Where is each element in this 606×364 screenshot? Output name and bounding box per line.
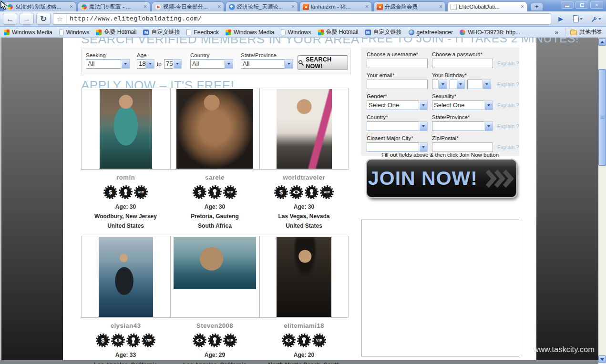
tab-5[interactable]: lanhaizxm - 猪... ×	[299, 1, 372, 11]
bookmark-item[interactable]: Windows Media	[226, 29, 274, 36]
url-input[interactable]	[67, 15, 551, 22]
back-button[interactable]: ←	[3, 13, 17, 25]
explain-link[interactable]: Explain ?	[497, 123, 519, 129]
bookmark-item[interactable]: Windows	[59, 29, 90, 36]
dropdown-arrow-icon[interactable]	[173, 60, 181, 68]
explain-link[interactable]: Explain ?	[497, 81, 519, 87]
minimize-button[interactable]	[561, 1, 574, 9]
address-bar[interactable]: ☆	[53, 13, 551, 25]
scrollbar-thumb[interactable]	[598, 69, 606, 166]
country-select[interactable]: All	[190, 59, 233, 69]
member-photo[interactable]	[81, 88, 170, 170]
country-select[interactable]	[367, 121, 428, 131]
dropdown-arrow-icon[interactable]	[285, 60, 293, 68]
tab-4[interactable]: 经济论坛_天涯论... ×	[226, 1, 298, 11]
seeking-select[interactable]: All	[86, 59, 130, 69]
page-menu-button[interactable]	[570, 13, 585, 25]
dropdown-arrow-icon[interactable]	[483, 80, 491, 89]
scroll-down-button[interactable]	[598, 355, 606, 363]
keyhole-badge-icon	[297, 334, 311, 347]
member-photo[interactable]	[170, 88, 259, 170]
close-button[interactable]: ×	[590, 1, 603, 9]
dropdown-arrow-icon[interactable]	[419, 101, 427, 110]
dropdown-arrow-icon[interactable]	[419, 122, 427, 131]
bookmark-item[interactable]: 免费 Hotmail	[318, 28, 359, 36]
member-username[interactable]: Steven2008	[170, 322, 259, 329]
restore-button[interactable]	[575, 1, 588, 9]
who-icon	[460, 30, 465, 35]
page-icon	[573, 15, 579, 22]
join-now-button[interactable]: JOIN NOW!	[367, 160, 516, 197]
tab-close-icon[interactable]: ×	[144, 4, 147, 9]
sexuality-select[interactable]: Select One	[432, 101, 493, 110]
state-select[interactable]: All	[241, 59, 293, 69]
zip-field[interactable]	[432, 142, 493, 152]
gender-select[interactable]: Select One	[367, 101, 428, 110]
member-photo[interactable]	[259, 236, 349, 318]
dropdown-arrow-icon[interactable]	[146, 60, 154, 68]
state-select[interactable]	[432, 121, 493, 131]
bookmark-item[interactable]: M自定义链接	[365, 28, 402, 36]
tab-1[interactable]: 鬼泣3特别版攻略... ×	[4, 1, 76, 11]
bookmark-item[interactable]: 免费 Hotmail	[96, 28, 136, 36]
explain-link[interactable]: Explain ?	[497, 102, 519, 108]
dropdown-arrow-icon[interactable]	[484, 101, 493, 110]
bookmark-item[interactable]: Windows	[281, 29, 311, 36]
forward-button[interactable]: →	[20, 13, 34, 25]
bookmark-item[interactable]: getafreelancer	[409, 29, 453, 36]
other-bookmarks-button[interactable]: 其他书签	[565, 28, 602, 36]
sexuality-label: Sexuality*	[432, 93, 493, 99]
tab-6[interactable]: 升级金牌会员 ×	[373, 1, 446, 11]
email-field[interactable]	[367, 80, 428, 89]
vertical-scrollbar[interactable]	[598, 38, 606, 364]
refresh-button[interactable]: ↻	[36, 13, 51, 25]
member-username[interactable]: sarele	[170, 174, 259, 181]
tab-active-eliteglobaldating[interactable]: EliteGlobalDati... ×	[447, 1, 527, 11]
member-username[interactable]: romin	[81, 174, 170, 181]
member-badges: $ VIP	[81, 334, 170, 347]
dropdown-arrow-icon[interactable]	[225, 60, 233, 68]
bookmark-item[interactable]: Feedback	[186, 29, 219, 36]
birthday-year-select[interactable]	[467, 80, 491, 89]
tools-menu-button[interactable]	[588, 13, 603, 25]
tab-close-icon[interactable]: ×	[70, 4, 73, 9]
scroll-up-button[interactable]	[598, 38, 606, 46]
windows-icon	[226, 29, 231, 35]
username-field[interactable]	[367, 59, 428, 68]
age-to-select[interactable]: 75	[164, 59, 182, 69]
tab-close-icon[interactable]: ×	[291, 4, 295, 9]
tab-3[interactable]: 视频-今日全部分... ×	[152, 1, 224, 11]
birthday-month-select[interactable]	[432, 80, 447, 89]
bookmark-item[interactable]: M自定义链接	[143, 28, 180, 36]
member-username[interactable]: elitemiami18	[259, 322, 349, 329]
dropdown-arrow-icon[interactable]	[456, 80, 464, 89]
tab-2[interactable]: 魔法门9 配置 - ... ×	[78, 1, 150, 11]
search-now-button[interactable]: SEARCH NOW!	[298, 55, 348, 70]
age-from-select[interactable]: 18	[137, 59, 154, 69]
dropdown-arrow-icon[interactable]	[419, 143, 427, 152]
member-photo[interactable]	[170, 236, 259, 318]
tab-close-icon[interactable]: ×	[365, 4, 369, 9]
go-button[interactable]: ▶	[554, 13, 568, 25]
password-field[interactable]	[432, 59, 493, 68]
dropdown-arrow-icon[interactable]	[439, 80, 447, 89]
bookmark-item[interactable]: WHO-739738: http...	[460, 29, 520, 36]
tab-close-icon[interactable]: ×	[439, 4, 442, 9]
member-username[interactable]: worldtraveler	[259, 174, 349, 181]
tab-close-icon[interactable]: ×	[521, 4, 524, 9]
explain-link[interactable]: Explain ?	[497, 144, 519, 150]
bookmark-star-icon[interactable]: ☆	[53, 14, 67, 24]
city-select[interactable]	[367, 142, 428, 152]
bookmark-item[interactable]: Windows Media	[4, 29, 52, 36]
member-username[interactable]: elysian43	[81, 322, 170, 329]
dropdown-arrow-icon[interactable]	[121, 60, 129, 68]
dropdown-arrow-icon[interactable]	[484, 122, 493, 131]
member-country: United States	[259, 222, 349, 229]
member-photo[interactable]	[259, 88, 349, 170]
explain-link[interactable]: Explain ?	[497, 61, 519, 66]
tab-close-icon[interactable]: ×	[217, 4, 221, 9]
bookmarks-overflow-chevron[interactable]: »	[555, 29, 558, 36]
member-photo[interactable]	[81, 236, 170, 318]
birthday-day-select[interactable]	[450, 80, 465, 89]
new-tab-button[interactable]: +	[531, 3, 543, 10]
